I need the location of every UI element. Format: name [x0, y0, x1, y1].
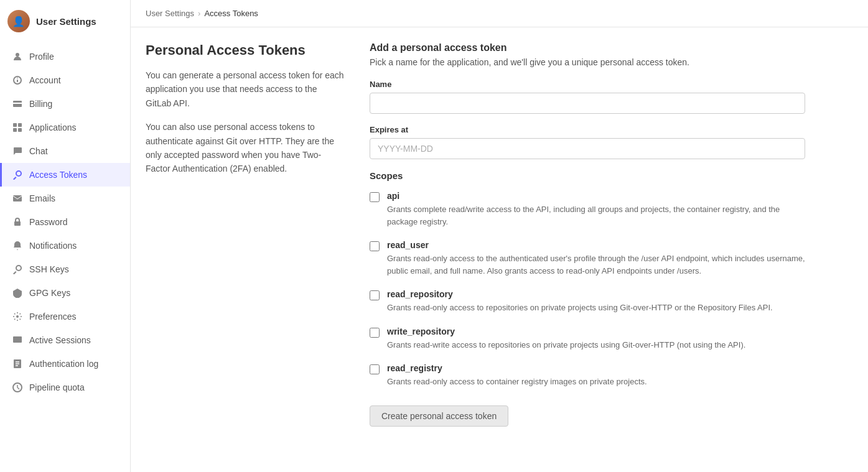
scopes-list: api Grants complete read/write access to… — [370, 191, 805, 388]
sidebar-item-chat[interactable]: Chat — [0, 139, 130, 163]
scope-checkbox-read_registry[interactable] — [370, 364, 380, 374]
breadcrumb-current: Access Tokens — [204, 9, 258, 18]
password-icon — [12, 216, 23, 228]
scope-item-api: api Grants complete read/write access to… — [370, 191, 805, 228]
scopes-label: Scopes — [370, 170, 805, 181]
sidebar-item-gpg-keys[interactable]: GPG Keys — [0, 281, 130, 305]
sidebar-item-ssh-keys[interactable]: SSH Keys — [0, 257, 130, 281]
sidebar-label-ssh-keys: SSH Keys — [29, 264, 69, 274]
scope-checkbox-api[interactable] — [370, 192, 380, 202]
breadcrumb: User Settings › Access Tokens — [131, 0, 868, 27]
scopes-group: Scopes api Grants complete read/write ac… — [370, 170, 805, 388]
sidebar-label-account: Account — [29, 75, 61, 85]
svg-point-9 — [16, 315, 19, 318]
sidebar-user-header: 👤 User Settings — [0, 0, 130, 42]
main-content: User Settings › Access Tokens Personal A… — [131, 0, 868, 472]
scope-name-write_repository: write_repository — [387, 326, 805, 336]
applications-icon — [12, 122, 23, 133]
svg-rect-4 — [18, 123, 22, 127]
sidebar-nav: Profile Account Billing Applications Cha… — [0, 42, 130, 402]
pipeline-quota-icon — [12, 382, 23, 393]
scope-name-read_registry: read_registry — [387, 363, 805, 373]
sidebar-label-notifications: Notifications — [29, 241, 77, 251]
sidebar-item-password[interactable]: Password — [0, 210, 130, 234]
name-label: Name — [370, 80, 805, 89]
form-subtitle: Pick a name for the application, and we'… — [370, 57, 805, 67]
svg-rect-5 — [13, 128, 17, 132]
expires-input[interactable] — [370, 138, 805, 159]
scope-checkbox-read_user[interactable] — [370, 241, 380, 251]
scope-desc-write_repository: Grants read-write access to repositories… — [387, 339, 805, 351]
chat-icon — [12, 146, 23, 157]
sidebar: 👤 User Settings Profile Account Billing … — [0, 0, 131, 472]
scope-name-api: api — [387, 191, 805, 201]
name-input[interactable] — [370, 93, 805, 114]
scope-content-read_registry: read_registry Grants read-only access to… — [387, 363, 805, 388]
scope-item-write_repository: write_repository Grants read-write acces… — [370, 326, 805, 351]
scope-content-read_user: read_user Grants read-only access to the… — [387, 240, 805, 277]
sidebar-label-password: Password — [29, 217, 67, 227]
description-2: You can also use personal access tokens … — [146, 120, 345, 176]
sidebar-title: User Settings — [36, 16, 96, 27]
ssh-keys-icon — [12, 264, 23, 275]
sidebar-label-access-tokens: Access Tokens — [29, 170, 87, 180]
scope-content-read_repository: read_repository Grants read-only access … — [387, 289, 805, 314]
scope-checkbox-read_repository[interactable] — [370, 290, 380, 300]
form-section: Add a personal access token Pick a name … — [370, 42, 805, 457]
avatar: 👤 — [7, 10, 30, 32]
scope-checkbox-write_repository[interactable] — [370, 328, 380, 338]
notifications-icon — [12, 240, 23, 251]
sidebar-item-access-tokens[interactable]: Access Tokens — [0, 163, 130, 187]
svg-rect-8 — [14, 221, 21, 226]
sidebar-label-chat: Chat — [29, 146, 48, 156]
sidebar-label-gpg-keys: GPG Keys — [29, 288, 70, 298]
authentication-log-icon — [12, 358, 23, 369]
sidebar-label-profile: Profile — [29, 52, 54, 62]
name-field-group: Name — [370, 80, 805, 114]
sidebar-item-pipeline-quota[interactable]: Pipeline quota — [0, 376, 130, 399]
breadcrumb-parent[interactable]: User Settings — [146, 9, 194, 18]
expires-field-group: Expires at — [370, 125, 805, 159]
preferences-icon — [12, 311, 23, 322]
svg-rect-3 — [13, 123, 17, 127]
sidebar-label-active-sessions: Active Sessions — [29, 335, 91, 345]
sidebar-label-authentication-log: Authentication log — [29, 359, 98, 369]
profile-icon — [12, 51, 23, 62]
sidebar-item-authentication-log[interactable]: Authentication log — [0, 352, 130, 376]
sidebar-item-notifications[interactable]: Notifications — [0, 234, 130, 257]
scope-desc-read_registry: Grants read-only access to container reg… — [387, 376, 805, 388]
svg-point-0 — [16, 53, 19, 57]
sidebar-item-profile[interactable]: Profile — [0, 45, 130, 68]
sidebar-item-account[interactable]: Account — [0, 68, 130, 92]
form-title: Add a personal access token — [370, 42, 805, 53]
sidebar-item-billing[interactable]: Billing — [0, 92, 130, 116]
sidebar-item-emails[interactable]: Emails — [0, 187, 130, 210]
account-icon — [12, 75, 23, 86]
sidebar-item-preferences[interactable]: Preferences — [0, 305, 130, 328]
breadcrumb-separator: › — [198, 9, 200, 18]
expires-label: Expires at — [370, 125, 805, 134]
page-title: Personal Access Tokens — [146, 42, 345, 58]
scope-desc-read_repository: Grants read-only access to repositories … — [387, 302, 805, 314]
emails-icon — [12, 193, 23, 204]
scope-name-read_user: read_user — [387, 240, 805, 250]
svg-rect-2 — [13, 103, 22, 104]
sidebar-label-preferences: Preferences — [29, 312, 76, 322]
sidebar-label-billing: Billing — [29, 99, 52, 109]
scope-content-write_repository: write_repository Grants read-write acces… — [387, 326, 805, 351]
create-token-button[interactable]: Create personal access token — [370, 405, 508, 427]
sidebar-label-pipeline-quota: Pipeline quota — [29, 382, 85, 392]
svg-rect-10 — [13, 336, 22, 343]
active-sessions-icon — [12, 335, 23, 346]
scope-desc-api: Grants complete read/write access to the… — [387, 203, 805, 228]
sidebar-label-emails: Emails — [29, 193, 55, 203]
content-area: Personal Access Tokens You can generate … — [131, 27, 868, 472]
description-1: You can generate a personal access token… — [146, 68, 345, 110]
scope-item-read_user: read_user Grants read-only access to the… — [370, 240, 805, 277]
sidebar-item-active-sessions[interactable]: Active Sessions — [0, 328, 130, 352]
billing-icon — [12, 98, 23, 109]
sidebar-item-applications[interactable]: Applications — [0, 116, 130, 139]
access-tokens-icon — [12, 169, 23, 180]
scope-content-api: api Grants complete read/write access to… — [387, 191, 805, 228]
svg-rect-7 — [13, 195, 22, 201]
